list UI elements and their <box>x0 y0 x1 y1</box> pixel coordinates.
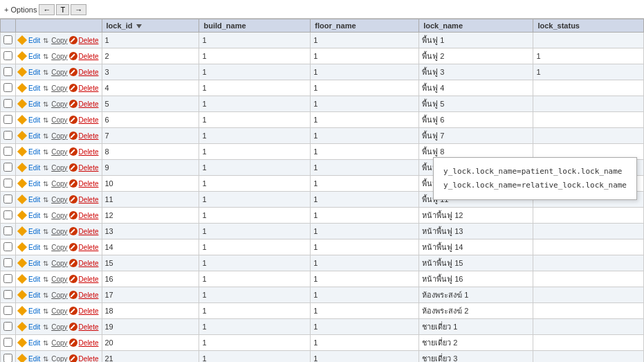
copy-button[interactable]: Copy <box>51 132 67 140</box>
row-checkbox[interactable] <box>3 290 12 299</box>
edit-button[interactable]: Edit <box>28 307 40 315</box>
move-icon: ⇅ <box>43 148 48 156</box>
delete-button[interactable]: Delete <box>79 132 99 140</box>
col-lock-name[interactable]: lock_name <box>419 19 533 33</box>
row-checkbox[interactable] <box>3 115 12 124</box>
copy-button[interactable]: Copy <box>51 244 67 251</box>
delete-button[interactable]: Delete <box>79 196 99 203</box>
row-checkbox[interactable] <box>3 242 12 251</box>
row-checkbox[interactable] <box>3 210 12 219</box>
delete-button[interactable]: Delete <box>79 307 99 315</box>
edit-button[interactable]: Edit <box>28 132 40 140</box>
row-checkbox[interactable] <box>3 67 12 76</box>
edit-button[interactable]: Edit <box>28 212 40 219</box>
row-checkbox[interactable] <box>3 179 12 188</box>
edit-button[interactable]: Edit <box>28 260 40 267</box>
edit-button[interactable]: Edit <box>28 148 40 156</box>
delete-button[interactable]: Delete <box>79 164 99 172</box>
delete-button[interactable]: Delete <box>79 180 99 188</box>
copy-button[interactable]: Copy <box>51 212 67 219</box>
copy-button[interactable]: Copy <box>51 100 67 108</box>
delete-button[interactable]: Delete <box>79 291 99 299</box>
cell-lock-name: หน้าพื้นฟู 14 <box>419 239 533 255</box>
col-floor-name[interactable]: floor_name <box>311 19 419 33</box>
edit-button[interactable]: Edit <box>28 244 40 251</box>
delete-button[interactable]: Delete <box>79 100 99 108</box>
delete-button[interactable]: Delete <box>79 339 99 347</box>
delete-button[interactable]: Delete <box>79 228 99 235</box>
delete-button[interactable]: Delete <box>79 212 99 219</box>
row-checkbox[interactable] <box>3 83 12 92</box>
copy-button[interactable]: Copy <box>51 53 67 60</box>
edit-button[interactable]: Edit <box>28 53 40 60</box>
copy-button[interactable]: Copy <box>51 323 67 331</box>
copy-button[interactable]: Copy <box>51 84 67 92</box>
edit-button[interactable]: Edit <box>28 164 40 172</box>
nav-t-button[interactable]: T <box>56 4 69 15</box>
row-checkbox[interactable] <box>3 354 12 363</box>
move-icon: ⇅ <box>43 228 48 235</box>
row-checkbox[interactable] <box>3 99 12 108</box>
delete-button[interactable]: Delete <box>79 148 99 156</box>
col-lock-id[interactable]: lock_id <box>102 19 199 33</box>
copy-button[interactable]: Copy <box>51 37 67 44</box>
row-checkbox[interactable] <box>3 306 12 315</box>
edit-button[interactable]: Edit <box>28 355 40 363</box>
copy-button[interactable]: Copy <box>51 69 67 76</box>
copy-button[interactable]: Copy <box>51 196 67 203</box>
edit-button[interactable]: Edit <box>28 180 40 188</box>
row-checkbox[interactable] <box>3 35 12 44</box>
edit-button[interactable]: Edit <box>28 37 40 44</box>
copy-button[interactable]: Copy <box>51 260 67 267</box>
delete-button[interactable]: Delete <box>79 260 99 267</box>
row-checkbox[interactable] <box>3 51 12 60</box>
copy-button[interactable]: Copy <box>51 228 67 235</box>
copy-button[interactable]: Copy <box>51 116 67 124</box>
delete-button[interactable]: Delete <box>79 53 99 60</box>
row-checkbox[interactable] <box>3 322 12 331</box>
delete-button[interactable]: Delete <box>79 323 99 331</box>
nav-left-button[interactable]: ← <box>39 4 55 15</box>
edit-button[interactable]: Edit <box>28 323 40 331</box>
col-actions <box>16 19 102 33</box>
nav-right-button[interactable]: → <box>71 4 86 15</box>
edit-button[interactable]: Edit <box>28 275 40 283</box>
copy-button[interactable]: Copy <box>51 339 67 347</box>
edit-button[interactable]: Edit <box>28 291 40 299</box>
delete-button[interactable]: Delete <box>79 275 99 283</box>
edit-button[interactable]: Edit <box>28 228 40 235</box>
delete-button[interactable]: Delete <box>79 37 99 44</box>
row-checkbox[interactable] <box>3 226 12 235</box>
delete-button[interactable]: Delete <box>79 244 99 251</box>
edit-button[interactable]: Edit <box>28 84 40 92</box>
row-checkbox[interactable] <box>3 163 12 172</box>
delete-button[interactable]: Delete <box>79 355 99 363</box>
copy-button[interactable]: Copy <box>51 148 67 156</box>
edit-button[interactable]: Edit <box>28 116 40 124</box>
cell-build-name: 1 <box>199 112 311 128</box>
row-checkbox[interactable] <box>3 131 12 140</box>
row-checkbox[interactable] <box>3 274 12 283</box>
edit-button[interactable]: Edit <box>28 196 40 203</box>
table-row: Edit ⇅ Copy Delete 1511หน้าพื้นฟู 15 <box>1 255 644 271</box>
delete-button[interactable]: Delete <box>79 116 99 124</box>
edit-button[interactable]: Edit <box>28 69 40 76</box>
copy-button[interactable]: Copy <box>51 291 67 299</box>
pencil-icon <box>17 131 27 141</box>
copy-button[interactable]: Copy <box>51 180 67 188</box>
copy-button[interactable]: Copy <box>51 275 67 283</box>
row-checkbox[interactable] <box>3 147 12 156</box>
delete-button[interactable]: Delete <box>79 84 99 92</box>
edit-button[interactable]: Edit <box>28 339 40 347</box>
col-build-name[interactable]: build_name <box>199 19 311 33</box>
copy-button[interactable]: Copy <box>51 355 67 363</box>
row-checkbox[interactable] <box>3 258 12 267</box>
row-actions-cell: Edit ⇅ Copy Delete <box>16 48 102 64</box>
col-lock-status[interactable]: lock_status <box>533 19 644 33</box>
edit-button[interactable]: Edit <box>28 100 40 108</box>
copy-button[interactable]: Copy <box>51 164 67 172</box>
delete-button[interactable]: Delete <box>79 69 99 76</box>
row-checkbox[interactable] <box>3 338 12 347</box>
copy-button[interactable]: Copy <box>51 307 67 315</box>
row-checkbox[interactable] <box>3 194 12 203</box>
